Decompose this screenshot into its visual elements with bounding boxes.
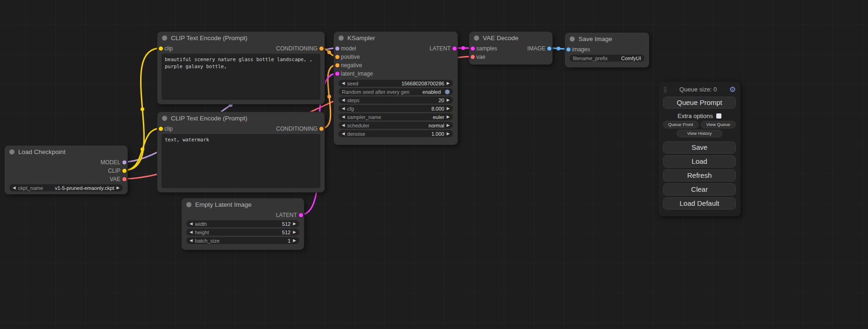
node-clip-text-encode-negative[interactable]: CLIP Text Encode (Prompt) clip CONDITION…: [157, 112, 325, 192]
output-port-conditioning[interactable]: [319, 47, 324, 51]
prompt-textarea[interactable]: beautiful scenery nature glass bottle la…: [162, 54, 320, 100]
widget-right-arrow-icon[interactable]: ▶: [293, 238, 296, 243]
queue-buttons-row: Queue Front View Queue: [663, 121, 736, 128]
refresh-button[interactable]: Refresh: [663, 169, 736, 182]
widget-right-arrow-icon[interactable]: ▶: [446, 132, 450, 136]
collapse-dot-icon[interactable]: [162, 35, 167, 41]
node-empty-latent-image[interactable]: Empty Latent Image LATENT ◀ width 512 ▶ …: [182, 198, 304, 250]
node-titlebar[interactable]: CLIP Text Encode (Prompt): [157, 112, 325, 125]
output-port-model[interactable]: [122, 161, 127, 165]
node-titlebar[interactable]: CLIP Text Encode (Prompt): [157, 32, 325, 44]
widget-left-arrow-icon[interactable]: ◀: [190, 222, 193, 226]
collapse-dot-icon[interactable]: [339, 35, 344, 41]
node-title: Empty Latent Image: [195, 201, 252, 208]
collapse-dot-icon[interactable]: [474, 35, 479, 41]
input-label-samples: samples: [476, 45, 497, 52]
output-port-latent[interactable]: [299, 213, 303, 217]
widget-height[interactable]: ◀ height 512 ▶: [186, 229, 299, 236]
widget-name: seed: [347, 81, 359, 86]
prompt-textarea[interactable]: text, watermark: [162, 134, 320, 188]
widget-right-arrow-icon[interactable]: ▶: [446, 98, 450, 102]
node-titlebar[interactable]: Save Image: [565, 33, 649, 45]
collapse-dot-icon[interactable]: [162, 116, 167, 121]
input-port-vae[interactable]: [471, 55, 475, 59]
widget-right-arrow-icon[interactable]: ▶: [116, 186, 120, 190]
widget-right-arrow-icon[interactable]: ▶: [446, 81, 450, 85]
widget-value: 1: [288, 238, 290, 244]
widget-left-arrow-icon[interactable]: ◀: [342, 106, 345, 111]
node-title: CLIP Text Encode (Prompt): [171, 35, 247, 42]
seed-toggle-icon[interactable]: [445, 90, 450, 94]
widget-left-arrow-icon[interactable]: ◀: [342, 115, 345, 119]
output-port-image[interactable]: [547, 47, 551, 51]
node-titlebar[interactable]: Empty Latent Image: [182, 198, 304, 211]
clear-button[interactable]: Clear: [663, 183, 736, 196]
input-port-latent-image[interactable]: [335, 72, 339, 76]
widget-left-arrow-icon[interactable]: ◀: [342, 123, 345, 127]
output-port-conditioning[interactable]: [319, 127, 324, 131]
queue-prompt-button[interactable]: Queue Prompt: [663, 97, 736, 109]
queue-size-label: Queue size: 0: [679, 86, 717, 93]
output-port-latent[interactable]: [452, 47, 457, 51]
widget-name: sampler_name: [347, 114, 381, 120]
widget-denoise[interactable]: ◀ denoise 1.000 ▶: [339, 130, 453, 137]
widget-name: batch_size: [195, 238, 220, 244]
widget-left-arrow-icon[interactable]: ◀: [13, 186, 16, 190]
save-button[interactable]: Save: [663, 141, 736, 154]
output-row: CLIP: [5, 167, 127, 175]
node-vae-decode[interactable]: VAE Decode samples IMAGE vae: [469, 32, 552, 64]
collapse-dot-icon[interactable]: [570, 36, 575, 42]
drag-handle-icon[interactable]: ⣿: [663, 86, 667, 93]
output-row: MODEL: [5, 158, 127, 167]
widget-sampler-name[interactable]: ◀ sampler_name euler ▶: [339, 113, 453, 120]
load-default-button[interactable]: Load Default: [663, 197, 736, 210]
widget-right-arrow-icon[interactable]: ▶: [446, 115, 450, 119]
widget-left-arrow-icon[interactable]: ◀: [190, 230, 193, 234]
widget-scheduler[interactable]: ◀ scheduler normal ▶: [339, 122, 453, 129]
widget-right-arrow-icon[interactable]: ▶: [293, 230, 296, 234]
widget-left-arrow-icon[interactable]: ◀: [190, 238, 193, 243]
node-titlebar[interactable]: Load Checkpoint: [5, 146, 127, 158]
widget-ckpt-name[interactable]: ◀ ckpt_name v1-5-pruned-emaonly.ckpt ▶: [9, 184, 123, 191]
widget-batch-size[interactable]: ◀ batch_size 1 ▶: [186, 237, 299, 244]
widget-left-arrow-icon[interactable]: ◀: [342, 98, 345, 102]
view-queue-button[interactable]: View Queue: [701, 121, 736, 128]
widget-right-arrow-icon[interactable]: ▶: [293, 222, 296, 226]
widget-left-arrow-icon[interactable]: ◀: [342, 132, 345, 136]
widget-name: filename_prefix: [573, 56, 608, 61]
widget-width[interactable]: ◀ width 512 ▶: [186, 220, 299, 227]
input-port-negative[interactable]: [335, 63, 339, 68]
node-titlebar[interactable]: VAE Decode: [469, 32, 552, 44]
load-button[interactable]: Load: [663, 155, 736, 168]
input-port-clip[interactable]: [159, 127, 163, 131]
widget-right-arrow-icon[interactable]: ▶: [446, 123, 450, 127]
widget-filename-prefix[interactable]: filename_prefix ComfyUI: [570, 55, 644, 62]
input-port-images[interactable]: [566, 48, 571, 52]
widget-right-arrow-icon[interactable]: ▶: [446, 106, 450, 111]
view-history-button[interactable]: View History: [677, 130, 722, 137]
widget-left-arrow-icon[interactable]: ◀: [342, 81, 345, 85]
node-clip-text-encode-positive[interactable]: CLIP Text Encode (Prompt) clip CONDITION…: [157, 32, 325, 104]
extra-options-checkbox[interactable]: [716, 113, 721, 119]
node-ksampler[interactable]: KSampler model LATENT positive negative …: [334, 32, 458, 145]
widget-cfg[interactable]: ◀ cfg 8.000 ▶: [339, 105, 453, 112]
widget-seed[interactable]: ◀ seed 156680208700286 ▶: [339, 80, 453, 87]
settings-gear-icon[interactable]: ⚙: [729, 85, 736, 94]
collapse-dot-icon[interactable]: [186, 202, 191, 207]
port-row: images: [565, 45, 649, 54]
input-port-clip[interactable]: [159, 47, 163, 51]
node-load-checkpoint[interactable]: Load Checkpoint MODEL CLIP VAE ◀ ckpt_na…: [5, 146, 127, 194]
node-save-image[interactable]: Save Image images filename_prefix ComfyU…: [565, 33, 649, 67]
port-row: model LATENT: [334, 44, 458, 53]
queue-front-button[interactable]: Queue Front: [663, 121, 699, 128]
input-port-model[interactable]: [335, 47, 339, 51]
input-port-positive[interactable]: [335, 55, 339, 59]
widget-steps[interactable]: ◀ steps 20 ▶: [339, 97, 453, 104]
output-port-vae[interactable]: [122, 177, 127, 182]
collapse-dot-icon[interactable]: [9, 149, 14, 154]
widget-random-seed[interactable]: Random seed after every gen enabled: [339, 88, 453, 95]
node-titlebar[interactable]: KSampler: [334, 32, 458, 44]
input-label-model: model: [341, 45, 356, 52]
output-port-clip[interactable]: [122, 169, 127, 173]
input-port-samples[interactable]: [471, 47, 475, 51]
